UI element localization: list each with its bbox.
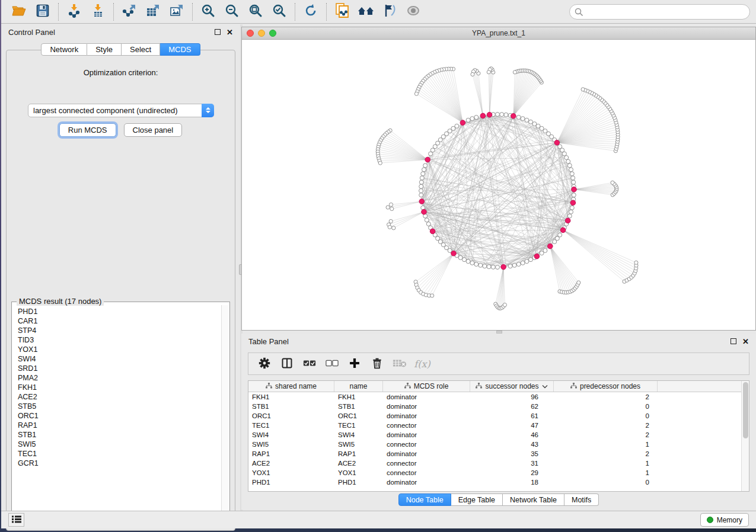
cell[interactable]: 2: [554, 392, 658, 402]
mcds-result-item[interactable]: TID3: [12, 335, 221, 345]
cell[interactable]: 18: [470, 477, 554, 487]
mcds-result-item[interactable]: STP4: [12, 326, 221, 335]
table-row[interactable]: RAP1RAP1dominator352: [248, 449, 749, 459]
cell[interactable]: 62: [470, 402, 554, 411]
delete-columns-button[interactable]: [367, 355, 387, 373]
zoom-out-button[interactable]: [220, 2, 244, 22]
cell[interactable]: RAP1: [334, 449, 383, 459]
task-history-button[interactable]: [8, 513, 24, 527]
select-all-button[interactable]: [299, 355, 320, 373]
open-session-button[interactable]: [7, 2, 31, 22]
export-network-button[interactable]: [117, 2, 141, 22]
tab-style[interactable]: Style: [87, 43, 122, 56]
optimization-criterion-select[interactable]: largest connected component (undirected): [28, 104, 214, 117]
table-row[interactable]: SWI5SWI5connector431: [248, 440, 749, 449]
cell[interactable]: TEC1: [248, 421, 334, 430]
deselect-all-button[interactable]: [322, 355, 342, 373]
cell[interactable]: connector: [383, 468, 470, 477]
tab-motifs[interactable]: Motifs: [564, 493, 599, 506]
save-session-button[interactable]: [31, 2, 55, 22]
cell[interactable]: dominator: [383, 477, 470, 487]
tab-node-table[interactable]: Node Table: [398, 493, 451, 506]
cell[interactable]: PHD1: [248, 477, 334, 487]
mcds-result-item[interactable]: TEC1: [12, 449, 221, 459]
tab-network-table[interactable]: Network Table: [503, 493, 564, 506]
cell[interactable]: dominator: [383, 449, 470, 459]
cell[interactable]: ORC1: [334, 411, 383, 421]
cell[interactable]: ACE2: [334, 459, 383, 468]
float-panel-icon[interactable]: [215, 29, 221, 35]
close-panel-button[interactable]: Close panel: [124, 123, 183, 137]
cell[interactable]: TEC1: [334, 421, 383, 430]
mcds-result-item[interactable]: SRD1: [12, 364, 221, 373]
column-header-successor-nodes[interactable]: successor nodes: [470, 381, 554, 392]
cell[interactable]: 43: [470, 440, 554, 449]
table-row[interactable]: TEC1TEC1connector472: [248, 421, 749, 430]
cell[interactable]: dominator: [383, 430, 470, 440]
table-row[interactable]: ACE2ACE2connector311: [248, 459, 749, 468]
tab-select[interactable]: Select: [122, 43, 160, 56]
mcds-result-item[interactable]: CAR1: [12, 316, 221, 326]
cell[interactable]: 2: [554, 449, 658, 459]
cell[interactable]: dominator: [383, 411, 470, 421]
zoom-fit-button[interactable]: [244, 2, 267, 22]
cell[interactable]: connector: [383, 440, 470, 449]
memory-button[interactable]: Memory: [700, 513, 749, 527]
mcds-result-item[interactable]: ACE2: [12, 392, 221, 402]
table-row[interactable]: ORC1ORC1dominator610: [248, 411, 749, 421]
table-scrollbar[interactable]: [741, 381, 749, 491]
cell[interactable]: connector: [383, 421, 470, 430]
cell[interactable]: FKH1: [248, 392, 334, 402]
cell[interactable]: 31: [470, 459, 554, 468]
mcds-result-item[interactable]: STB5: [12, 402, 221, 411]
cell[interactable]: FKH1: [334, 392, 383, 402]
mcds-result-item[interactable]: GCR1: [12, 459, 221, 468]
column-header-MCDS-role[interactable]: MCDS role: [383, 381, 470, 392]
cell[interactable]: ORC1: [248, 411, 334, 421]
tab-mcds[interactable]: MCDS: [160, 43, 200, 56]
zoom-in-button[interactable]: [196, 2, 220, 22]
network-window-titlebar[interactable]: YPA_prune.txt_1: [242, 27, 755, 40]
export-image-button[interactable]: [165, 2, 189, 22]
cell[interactable]: STB1: [334, 402, 383, 411]
mcds-result-item[interactable]: SWI5: [12, 440, 221, 449]
show-columns-button[interactable]: [277, 355, 297, 373]
cell[interactable]: 47: [470, 421, 554, 430]
column-header-predecessor-nodes[interactable]: predecessor nodes: [554, 381, 658, 392]
mcds-result-item[interactable]: FKH1: [12, 383, 221, 392]
table-row[interactable]: SWI4SWI4dominator462: [248, 430, 749, 440]
table-row[interactable]: YOX1YOX1connector291: [248, 468, 749, 477]
mcds-result-item[interactable]: PHD1: [12, 307, 221, 316]
run-mcds-button[interactable]: Run MCDS: [59, 123, 116, 137]
search-input[interactable]: [569, 4, 750, 20]
share-document-button[interactable]: [330, 2, 354, 22]
minimize-window-icon[interactable]: [258, 30, 265, 37]
network-graph-canvas[interactable]: [242, 40, 755, 330]
tab-edge-table[interactable]: Edge Table: [451, 493, 503, 506]
mcds-result-list[interactable]: PHD1CAR1STP4TID3YOX1SWI4SRD1PMA2FKH1ACE2…: [12, 307, 221, 515]
cell[interactable]: SWI5: [334, 440, 383, 449]
cell[interactable]: 2: [554, 421, 658, 430]
mcds-result-item[interactable]: ORC1: [12, 411, 221, 421]
import-network-button[interactable]: [62, 2, 86, 22]
mcds-result-item[interactable]: PMA2: [12, 373, 221, 383]
cell[interactable]: connector: [383, 459, 470, 468]
cell[interactable]: STB1: [248, 402, 334, 411]
cell[interactable]: 46: [470, 430, 554, 440]
cell[interactable]: dominator: [383, 402, 470, 411]
cell[interactable]: 0: [554, 402, 658, 411]
cell[interactable]: SWI4: [334, 430, 383, 440]
cell[interactable]: 35: [470, 449, 554, 459]
close-window-icon[interactable]: [247, 30, 254, 37]
scrollbar-thumb[interactable]: [743, 382, 748, 438]
column-header-name[interactable]: name: [334, 381, 383, 392]
cell[interactable]: RAP1: [248, 449, 334, 459]
table-row[interactable]: PHD1PHD1dominator180: [248, 477, 749, 487]
cell[interactable]: 61: [470, 411, 554, 421]
close-panel-icon[interactable]: ✕: [227, 28, 233, 36]
cell[interactable]: 0: [554, 477, 658, 487]
cell[interactable]: SWI4: [248, 430, 334, 440]
cell[interactable]: SWI5: [248, 440, 334, 449]
import-table-button[interactable]: [86, 2, 110, 22]
houses-button[interactable]: [354, 2, 378, 22]
